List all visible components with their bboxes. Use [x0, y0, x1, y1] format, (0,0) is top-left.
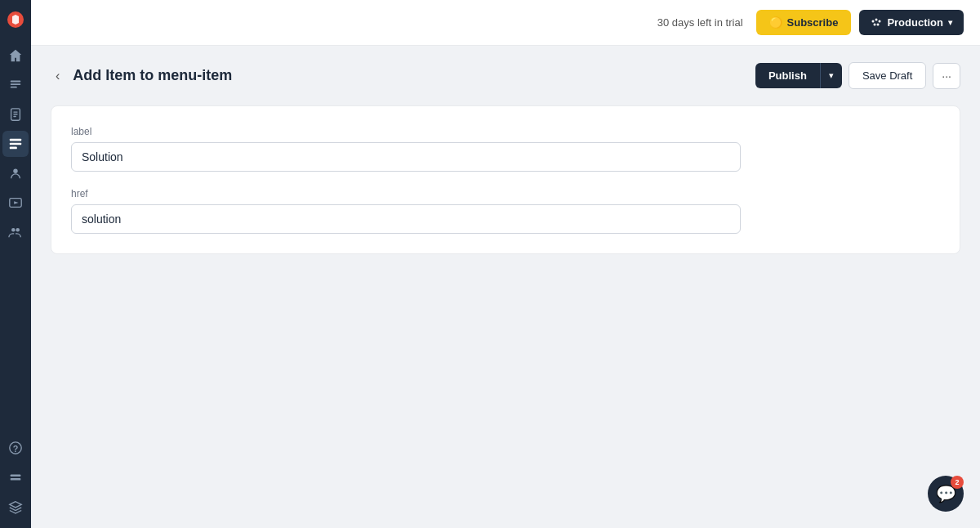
- svg-point-22: [879, 20, 881, 22]
- label-input[interactable]: [71, 142, 741, 172]
- svg-rect-6: [13, 114, 17, 114]
- sidebar-item-pages[interactable]: [2, 101, 29, 128]
- sidebar-item-menu[interactable]: [2, 131, 29, 157]
- app-logo: [4, 8, 27, 31]
- sidebar-item-users[interactable]: [2, 160, 29, 186]
- chat-bubble-button[interactable]: 💬 2: [928, 476, 964, 512]
- publish-dropdown-button[interactable]: ▾: [820, 63, 842, 88]
- sidebar-bottom: ?: [2, 435, 29, 520]
- svg-point-21: [875, 18, 878, 20]
- production-label: Production: [887, 16, 943, 29]
- chevron-down-icon: ▾: [948, 18, 952, 27]
- sidebar-item-home[interactable]: [2, 43, 29, 69]
- page-header: ‹ Add Item to menu-item Publish ▾ Save D…: [51, 62, 960, 89]
- svg-text:?: ?: [13, 444, 19, 454]
- svg-rect-5: [13, 111, 17, 112]
- subscribe-label: Subscribe: [787, 16, 839, 29]
- svg-marker-13: [14, 201, 18, 204]
- trial-text: 30 days left in trial: [657, 16, 743, 29]
- svg-point-11: [13, 169, 17, 173]
- svg-point-15: [16, 228, 20, 232]
- save-draft-button[interactable]: Save Draft: [849, 62, 926, 89]
- svg-point-23: [874, 23, 876, 25]
- svg-point-14: [11, 228, 15, 232]
- label-field-label: label: [71, 126, 940, 137]
- page-header-left: ‹ Add Item to menu-item: [51, 65, 232, 87]
- publish-button[interactable]: Publish: [755, 63, 820, 88]
- svg-rect-1: [11, 81, 21, 83]
- href-form-group: href: [71, 188, 940, 234]
- svg-rect-3: [11, 87, 17, 88]
- svg-point-20: [872, 20, 875, 22]
- form-card: label href: [51, 105, 960, 254]
- page-header-right: Publish ▾ Save Draft ···: [755, 62, 960, 89]
- label-form-group: label: [71, 126, 940, 172]
- svg-rect-8: [10, 139, 21, 141]
- href-field-label: href: [71, 188, 940, 199]
- svg-point-24: [877, 23, 880, 25]
- svg-rect-7: [13, 116, 16, 117]
- svg-rect-18: [11, 474, 21, 477]
- svg-rect-2: [11, 83, 21, 85]
- sidebar-item-stack[interactable]: [2, 494, 29, 520]
- sidebar-item-members[interactable]: [2, 219, 29, 245]
- topbar: 30 days left in trial 🟡 Subscribe Produc…: [31, 0, 980, 46]
- production-icon: [871, 17, 882, 29]
- svg-rect-9: [10, 143, 21, 145]
- href-input[interactable]: [71, 204, 741, 234]
- page-title: Add Item to menu-item: [73, 67, 232, 84]
- svg-rect-10: [10, 147, 17, 150]
- publish-group: Publish ▾: [755, 63, 842, 88]
- production-button[interactable]: Production ▾: [859, 10, 964, 35]
- svg-rect-19: [11, 478, 21, 481]
- more-options-button[interactable]: ···: [933, 63, 960, 89]
- sidebar-item-blog[interactable]: [2, 72, 29, 98]
- sidebar-item-media[interactable]: [2, 190, 29, 216]
- sidebar-item-layers[interactable]: [2, 464, 29, 490]
- flag-icon: 🟡: [769, 16, 782, 29]
- chat-badge: 2: [951, 476, 964, 489]
- subscribe-button[interactable]: 🟡 Subscribe: [756, 10, 852, 35]
- content-area: ‹ Add Item to menu-item Publish ▾ Save D…: [31, 46, 980, 528]
- sidebar: ?: [0, 0, 31, 528]
- back-button[interactable]: ‹: [51, 65, 65, 87]
- sidebar-item-help[interactable]: ?: [2, 435, 29, 461]
- main-area: 30 days left in trial 🟡 Subscribe Produc…: [31, 0, 980, 528]
